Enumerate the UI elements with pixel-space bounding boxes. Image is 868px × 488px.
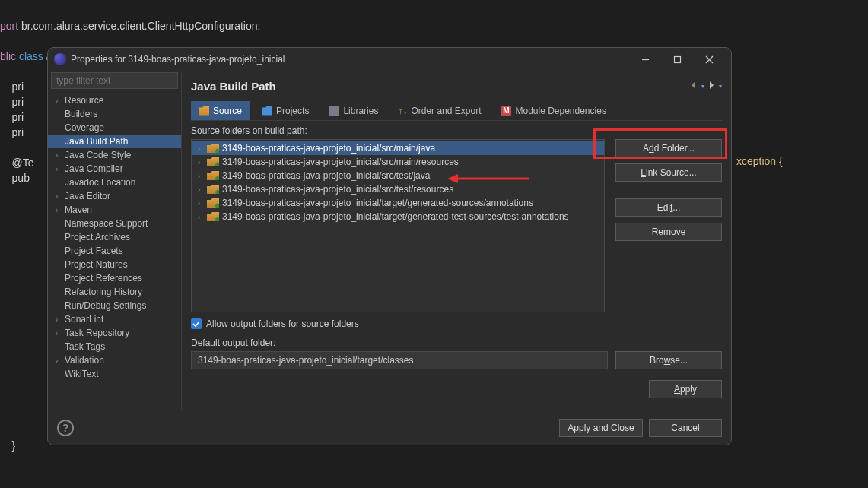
sidebar-item-maven[interactable]: ›Maven — [48, 203, 181, 217]
tab-module-deps[interactable]: MModule Dependencies — [493, 101, 613, 120]
sidebar-item-project-natures[interactable]: Project Natures — [48, 258, 181, 271]
package-folder-icon — [207, 144, 219, 153]
sidebar-item-project-references[interactable]: Project References — [48, 271, 181, 285]
sidebar-item-wikitext[interactable]: WikiText — [48, 367, 181, 381]
sidebar-item-sonarlint[interactable]: ›SonarLint — [48, 312, 181, 326]
sidebar-item-java-editor[interactable]: ›Java Editor — [48, 189, 181, 203]
source-folder-item[interactable]: ›3149-boas-praticas-java-projeto_inicial… — [192, 196, 604, 210]
titlebar: Properties for 3149-boas-praticas-java-p… — [48, 48, 731, 71]
sidebar-item-run-debug-settings[interactable]: Run/Debug Settings — [48, 299, 181, 312]
help-icon[interactable]: ? — [57, 420, 74, 436]
editor-tail: xception { — [736, 151, 783, 172]
eclipse-icon — [54, 53, 66, 65]
link-source-button[interactable]: Link Source... — [615, 163, 722, 182]
nav-history: ▾ ▾ — [688, 80, 722, 93]
tab-bar: Source Projects Libraries ↑↓Order and Ex… — [191, 101, 722, 121]
default-output-label: Default output folder: — [191, 337, 275, 348]
sidebar-item-resource[interactable]: ›Resource — [48, 93, 181, 107]
sidebar-item-namespace-support[interactable]: Namespace Support — [48, 217, 181, 230]
package-folder-icon — [207, 212, 219, 221]
source-folders-list[interactable]: ›3149-boas-praticas-java-projeto_inicial… — [191, 139, 605, 312]
properties-dialog: Properties for 3149-boas-praticas-java-p… — [47, 47, 732, 445]
apply-button[interactable]: Apply — [649, 380, 722, 398]
sidebar-item-coverage[interactable]: Coverage — [48, 121, 181, 135]
folder-icon — [199, 106, 209, 116]
sidebar-item-java-compiler[interactable]: ›Java Compiler — [48, 162, 181, 176]
minimize-button[interactable] — [629, 49, 661, 70]
browse-button[interactable]: Browse... — [615, 351, 722, 369]
add-folder-button[interactable]: Add Folder... — [615, 139, 722, 157]
sidebar-item-project-archives[interactable]: Project Archives — [48, 230, 181, 244]
filter-input[interactable] — [51, 72, 178, 89]
projects-icon — [262, 106, 272, 116]
source-folder-item[interactable]: ›3149-boas-praticas-java-projeto_inicial… — [192, 182, 604, 196]
package-folder-icon — [207, 185, 219, 194]
apply-and-close-button[interactable]: Apply and Close — [559, 419, 643, 437]
order-icon: ↑↓ — [398, 106, 407, 116]
package-folder-icon — [207, 198, 219, 208]
maximize-button[interactable] — [661, 49, 693, 70]
libraries-icon — [329, 106, 339, 116]
tab-libraries[interactable]: Libraries — [321, 101, 386, 120]
category-tree[interactable]: ›Resource Builders Coverage Java Build P… — [48, 92, 181, 410]
back-icon[interactable] — [688, 80, 699, 93]
module-icon: M — [501, 106, 511, 116]
main-pane: Java Build Path ▾ ▾ Source Projects Libr… — [182, 71, 731, 410]
default-output-input[interactable] — [191, 351, 608, 369]
package-folder-icon — [207, 171, 219, 180]
forward-menu-icon[interactable]: ▾ — [719, 83, 722, 90]
sidebar-item-refactoring-history[interactable]: Refactoring History — [48, 285, 181, 299]
source-folder-item[interactable]: ›3149-boas-praticas-java-projeto_inicial… — [192, 210, 604, 223]
filter-box — [51, 72, 178, 89]
source-folder-item[interactable]: ›3149-boas-praticas-java-projeto_inicial… — [192, 169, 604, 182]
source-folder-item[interactable]: ›3149-boas-praticas-java-projeto_inicial… — [192, 141, 604, 155]
cancel-button[interactable]: Cancel — [649, 419, 722, 437]
tab-order-export[interactable]: ↑↓Order and Export — [390, 101, 488, 120]
edit-button[interactable]: Edit... — [615, 198, 722, 217]
sidebar-item-task-tags[interactable]: Task Tags — [48, 340, 181, 353]
allow-output-checkbox[interactable] — [191, 318, 202, 329]
sidebar-item-java-code-style[interactable]: ›Java Code Style — [48, 148, 181, 162]
forward-icon[interactable] — [706, 80, 717, 93]
tab-source[interactable]: Source — [191, 101, 250, 120]
sidebar-item-javadoc-location[interactable]: Javadoc Location — [48, 176, 181, 189]
window-title: Properties for 3149-boas-praticas-java-p… — [71, 54, 285, 65]
dialog-footer: ? Apply and Close Cancel — [48, 410, 731, 445]
tab-projects[interactable]: Projects — [254, 101, 316, 120]
page-title: Java Build Path — [191, 80, 276, 93]
package-folder-icon — [207, 157, 219, 166]
allow-output-label: Allow output folders for source folders — [206, 318, 359, 329]
sidebar-item-builders[interactable]: Builders — [48, 107, 181, 121]
source-folder-item[interactable]: ›3149-boas-praticas-java-projeto_inicial… — [192, 155, 604, 169]
source-folders-label: Source folders on build path: — [191, 125, 722, 136]
close-button[interactable] — [693, 49, 725, 70]
svg-rect-1 — [674, 56, 680, 62]
remove-button[interactable]: Remove — [615, 223, 722, 241]
editor-brace: } — [0, 435, 15, 456]
category-sidebar: ›Resource Builders Coverage Java Build P… — [48, 71, 182, 410]
sidebar-item-validation[interactable]: ›Validation — [48, 353, 181, 367]
sidebar-item-java-build-path[interactable]: Java Build Path — [48, 135, 181, 148]
source-buttons: Add Folder... Link Source... Edit... Rem… — [615, 139, 722, 312]
sidebar-item-task-repository[interactable]: ›Task Repository — [48, 326, 181, 340]
back-menu-icon[interactable]: ▾ — [701, 83, 704, 90]
sidebar-item-project-facets[interactable]: Project Facets — [48, 244, 181, 258]
